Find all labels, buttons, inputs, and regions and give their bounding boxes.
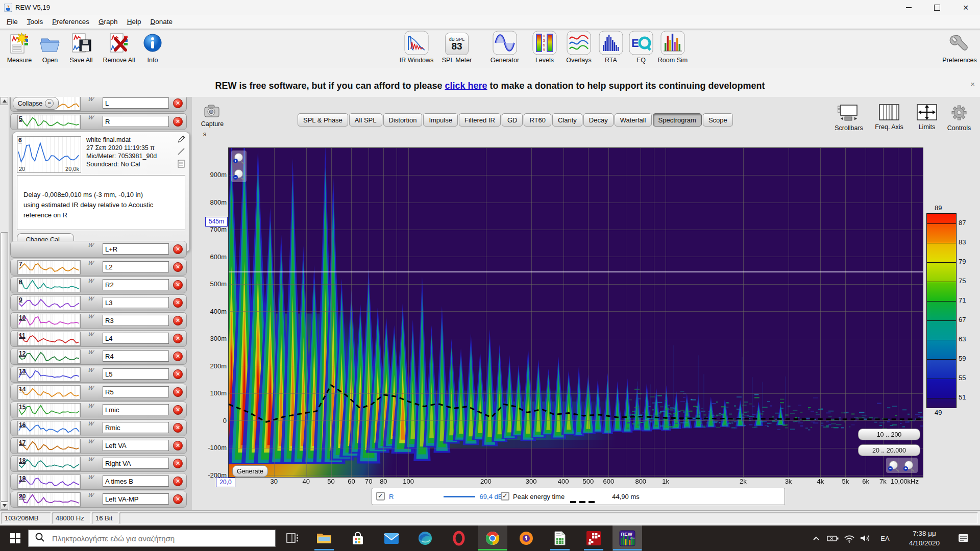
measurement-row-l+r[interactable]: W✕ <box>10 241 187 258</box>
delete-measurement-icon[interactable]: ✕ <box>173 316 183 325</box>
mail-icon[interactable] <box>377 525 406 551</box>
tray-chevron-up-icon[interactable] <box>808 525 824 551</box>
tab-impulse[interactable]: Impulse <box>423 113 458 127</box>
edit-notes-icon[interactable] <box>177 135 185 145</box>
measurement-name-field[interactable] <box>103 279 169 290</box>
scrollbar-thumb[interactable] <box>1 232 8 502</box>
delete-measurement-icon[interactable]: ✕ <box>173 244 183 254</box>
peak-energy-checkbox[interactable]: ✓ <box>501 492 509 500</box>
measurement-row-left-va[interactable]: 17W✕ <box>10 437 187 454</box>
toolbar-eq-button[interactable]: EEQ <box>629 32 653 64</box>
scroll-down-button[interactable] <box>1 502 8 510</box>
zoom-out-freq-icon[interactable]: − <box>889 461 898 469</box>
measurement-thumbnail[interactable]: 20 <box>17 492 81 507</box>
battery-icon[interactable] <box>825 525 841 551</box>
action-center-icon[interactable] <box>952 525 975 551</box>
store-icon[interactable] <box>343 525 373 551</box>
toolbar-room-sim-button[interactable]: Room Sim <box>654 32 691 64</box>
delete-measurement-icon[interactable]: ✕ <box>173 477 183 486</box>
measurement-name-field[interactable] <box>103 368 169 380</box>
start-button[interactable] <box>4 525 27 551</box>
toolbar-info-button[interactable]: Info <box>141 32 164 64</box>
close-button[interactable]: ✕ <box>951 0 980 15</box>
red-grid-app-icon[interactable] <box>579 525 608 551</box>
r-trace-checkbox[interactable]: ✓ <box>376 492 385 500</box>
collapse-sidebar-button[interactable]: Collapse « <box>13 97 59 110</box>
measurement-name-field[interactable] <box>103 493 169 505</box>
delete-measurement-icon[interactable]: ✕ <box>173 459 183 468</box>
edge-icon[interactable] <box>410 525 440 551</box>
measurement-name-field[interactable] <box>103 475 169 487</box>
measurement-name-field[interactable] <box>103 458 169 469</box>
measurement-thumbnail[interactable]: 18 <box>17 457 81 471</box>
delete-measurement-icon[interactable]: ✕ <box>173 262 183 272</box>
menu-tools[interactable]: Tools <box>22 16 48 28</box>
controls-button[interactable]: Controls <box>943 104 975 132</box>
tab-distortion[interactable]: Distortion <box>383 113 423 127</box>
menu-preferences[interactable]: Preferences <box>47 16 94 28</box>
tab-filtered-ir[interactable]: Filtered IR <box>459 113 501 127</box>
delete-measurement-icon[interactable]: ✕ <box>173 369 183 379</box>
language-indicator[interactable]: ΕΛ <box>876 525 894 551</box>
measurement-thumbnail[interactable]: 13 <box>17 367 81 382</box>
measurement-thumbnail[interactable]: 14 <box>17 385 81 399</box>
tab-spectrogram[interactable]: Spectrogram <box>653 113 702 127</box>
measurement-row-l3[interactable]: 9W✕ <box>10 294 187 311</box>
menu-graph[interactable]: Graph <box>94 16 122 28</box>
measurement-name-field[interactable] <box>103 97 169 109</box>
delete-measurement-icon[interactable]: ✕ <box>173 352 183 361</box>
measurement-row-l2[interactable]: 7W✕ <box>10 259 187 276</box>
delete-measurement-icon[interactable]: ✕ <box>173 298 183 308</box>
measurement-notes-icon[interactable] <box>177 160 185 170</box>
banner-close-icon[interactable]: × <box>970 80 975 88</box>
wifi-icon[interactable] <box>841 525 857 551</box>
tab-spl-phase[interactable]: SPL & Phase <box>298 113 348 127</box>
generate-button[interactable]: Generate <box>232 465 268 477</box>
toolbar-overlays-button[interactable]: Overlays <box>561 32 596 64</box>
measurement-row-l5[interactable]: 13W✕ <box>10 366 187 383</box>
measurement-name-field[interactable] <box>103 297 169 308</box>
selected-measurement-panel[interactable]: 6 20 20,0k white final.mdat 27 Σεπ 2020 … <box>12 132 190 252</box>
measurement-row-a-times-b[interactable]: 19W✕ <box>10 473 187 490</box>
measurement-row-r4[interactable]: 12W✕ <box>10 348 187 365</box>
delete-measurement-icon[interactable]: ✕ <box>173 423 183 433</box>
zoom-out-time-icon[interactable]: − <box>234 169 243 178</box>
measurement-row-r2[interactable]: 8W✕ <box>10 277 187 293</box>
measurement-name-field[interactable] <box>103 116 169 127</box>
measurement-thumbnail[interactable]: 9 <box>17 296 81 310</box>
capture-group[interactable]: Capture s <box>192 104 233 138</box>
delete-measurement-icon[interactable]: ✕ <box>173 405 183 415</box>
tab-gd[interactable]: GD <box>502 113 523 127</box>
measurement-name-field[interactable] <box>103 440 169 451</box>
toolbar-remove-all-button[interactable]: Remove All <box>100 32 138 64</box>
measurement-name-field[interactable] <box>103 333 169 344</box>
delete-measurement-icon[interactable]: ✕ <box>173 441 183 450</box>
toolbar-spl-meter-button[interactable]: dB SPL83SPL Meter <box>438 32 476 64</box>
toolbar-generator-button[interactable]: Generator <box>486 32 524 64</box>
measurement-thumbnail[interactable]: 6 20 20,0k <box>17 136 81 173</box>
measurement-row-lmic[interactable]: 15W✕ <box>10 402 187 418</box>
rew-icon[interactable]: REWV5.1 <box>612 525 642 551</box>
taskbar-search-box[interactable] <box>28 530 276 547</box>
libreoffice-icon[interactable] <box>545 525 575 551</box>
measurement-thumbnail[interactable]: 11 <box>17 332 81 346</box>
freq-range-button[interactable]: 20 .. 20.000 <box>858 444 920 456</box>
spectrogram-plot[interactable] <box>229 148 923 477</box>
time-range-button[interactable]: 10 .. 200 <box>858 429 920 440</box>
search-input[interactable] <box>51 534 267 543</box>
measurement-name-field[interactable] <box>103 386 169 397</box>
measurement-row-r[interactable]: 5W✕ <box>10 113 187 130</box>
tab-all-spl[interactable]: All SPL <box>349 113 382 127</box>
trim-ir-icon[interactable] <box>177 147 185 158</box>
capture-camera-icon[interactable] <box>192 104 233 120</box>
measurement-thumbnail[interactable]: 15 <box>17 403 81 417</box>
limits-button[interactable]: Limits <box>913 104 941 131</box>
tab-decay[interactable]: Decay <box>583 113 614 127</box>
menu-donate[interactable]: Donate <box>145 16 177 28</box>
measurement-name-field[interactable] <box>103 315 169 326</box>
donation-link[interactable]: click here <box>445 81 487 91</box>
measurement-row-right-va[interactable]: 18W✕ <box>10 455 187 472</box>
toolbar-measure-button[interactable]: Measure <box>5 32 34 64</box>
toolbar-open-button[interactable]: Open <box>37 32 63 64</box>
measurement-number[interactable]: 6 <box>18 137 22 144</box>
